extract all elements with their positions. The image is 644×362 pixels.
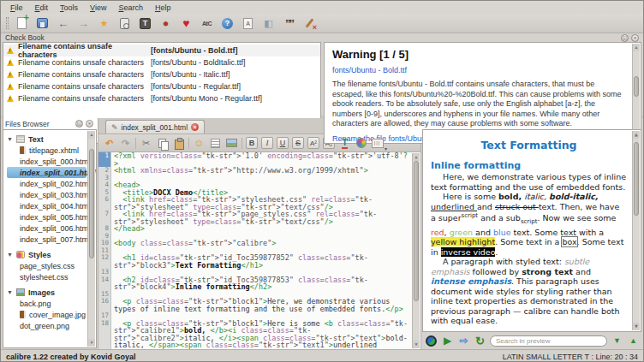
- warning-file-link[interactable]: fonts/Ubuntu - Bold.ttf: [332, 66, 627, 74]
- file-item[interactable]: index_split_000.html: [7, 156, 86, 167]
- tab-index-split-001[interactable]: ✎ index_split_001.html ×: [105, 120, 205, 134]
- run-preview-icon[interactable]: [441, 335, 454, 347]
- menu-file[interactable]: File: [4, 3, 29, 13]
- scroll-up-button[interactable]: ▲: [413, 153, 420, 161]
- float-button[interactable]: ◱: [75, 120, 83, 128]
- preview-scrollbar[interactable]: ▲ ▼: [632, 131, 640, 330]
- file-item[interactable]: titlepage.xhtml: [7, 145, 86, 156]
- underline-button[interactable]: [277, 137, 289, 149]
- magic-wand-icon[interactable]: [97, 16, 111, 31]
- scroll-track[interactable]: [633, 139, 640, 323]
- menu-search[interactable]: Search: [112, 3, 149, 13]
- chevron-down-icon[interactable]: ▼: [7, 136, 13, 142]
- scroll-up-button[interactable]: ▲: [633, 44, 640, 51]
- close-icon[interactable]: ×: [631, 34, 639, 42]
- file-item[interactable]: index_split_003.html: [7, 189, 86, 200]
- check-warning-row[interactable]: Filename contains unsafe characters [fon…: [3, 80, 320, 92]
- check-warning-row[interactable]: Filename contains unsafe characters [fon…: [3, 92, 320, 104]
- broom-icon[interactable]: [302, 16, 317, 31]
- float-button[interactable]: ◱: [621, 34, 629, 42]
- italic-button[interactable]: [261, 137, 273, 149]
- check-warning-row[interactable]: Filename contains unsafe characters [fon…: [3, 56, 320, 68]
- tab-close-icon[interactable]: ×: [191, 123, 199, 131]
- menu-edit[interactable]: Edit: [29, 3, 55, 13]
- section-header-styles[interactable]: ▼ Styles: [7, 249, 86, 260]
- file-item-selected[interactable]: index_split_001.html: [7, 167, 86, 178]
- file-item[interactable]: stylesheet.css: [7, 271, 86, 282]
- check-warning-row[interactable]: Filename contains unsafe characters [fon…: [3, 68, 320, 80]
- file-item[interactable]: dot_green.png: [7, 320, 86, 331]
- preview-search-input[interactable]: [490, 335, 607, 347]
- file-name: index_split_001.html: [20, 169, 96, 177]
- editor-scrollbar[interactable]: ▲ ▼: [412, 153, 420, 348]
- spellcheck-icon[interactable]: AtC: [200, 16, 214, 31]
- back-icon[interactable]: [56, 16, 70, 31]
- menu-view[interactable]: View: [84, 3, 112, 13]
- file-item[interactable]: index_split_006.html: [7, 223, 86, 234]
- scroll-down-button[interactable]: ▼: [633, 323, 640, 330]
- color-wheel-icon[interactable]: [355, 137, 367, 150]
- copy-icon[interactable]: [156, 137, 169, 150]
- code-area[interactable]: 1<?xml version=class="tk-str">'1.0' enco…: [98, 152, 420, 349]
- file-name: cover_image.jpg: [29, 311, 86, 319]
- strikethrough-button[interactable]: [292, 137, 304, 149]
- file-item[interactable]: index_split_002.html: [7, 178, 86, 189]
- check-book-bug-icon[interactable]: [158, 16, 173, 31]
- file-item[interactable]: index_split_004.html: [7, 200, 86, 211]
- new-file-icon[interactable]: [15, 16, 29, 31]
- chevron-down-icon[interactable]: ▼: [7, 252, 13, 258]
- redo-icon[interactable]: [119, 137, 132, 150]
- paste-icon[interactable]: [172, 137, 185, 150]
- find-next-icon[interactable]: [611, 335, 623, 347]
- arrange-icon[interactable]: [209, 137, 222, 150]
- character-palette-icon[interactable]: |||: [371, 137, 384, 150]
- scroll-track[interactable]: [88, 139, 95, 339]
- scroll-track[interactable]: [413, 161, 420, 341]
- undo-icon[interactable]: [103, 137, 116, 150]
- toolbar-drag-handle[interactable]: [6, 17, 9, 29]
- scroll-track[interactable]: [633, 51, 640, 134]
- hand-icon[interactable]: [261, 16, 276, 31]
- menu-tools[interactable]: Tools: [54, 3, 84, 13]
- file-item[interactable]: page_styles.css: [7, 260, 86, 271]
- save-icon[interactable]: [35, 16, 50, 31]
- go-to-icon[interactable]: [457, 335, 470, 347]
- bold-button[interactable]: [246, 137, 258, 149]
- text-color-icon[interactable]: [338, 137, 351, 150]
- scroll-thumb[interactable]: [634, 142, 639, 216]
- scroll-down-button[interactable]: ▼: [413, 341, 420, 348]
- find-previous-icon[interactable]: [627, 335, 640, 347]
- forward-icon[interactable]: [76, 16, 91, 31]
- scroll-down-button[interactable]: ▼: [88, 339, 95, 347]
- scroll-thumb[interactable]: [89, 149, 94, 259]
- warning-scrollbar[interactable]: ▲ ▼: [632, 44, 640, 142]
- help-icon[interactable]: ?: [220, 16, 235, 31]
- chevron-down-icon[interactable]: ▼: [7, 289, 13, 295]
- smart-quotes-icon[interactable]: [282, 16, 296, 31]
- scroll-up-button[interactable]: ▲: [633, 131, 640, 139]
- insert-special-character-icon[interactable]: [193, 137, 206, 150]
- file-item[interactable]: cover_image.jpg: [7, 309, 86, 320]
- file-item[interactable]: back.png: [7, 298, 86, 309]
- reload-icon[interactable]: [474, 335, 486, 347]
- scroll-thumb[interactable]: [634, 76, 639, 97]
- edit-document-icon[interactable]: A: [241, 16, 255, 31]
- insert-image-icon[interactable]: [225, 137, 238, 150]
- speaker-box-icon[interactable]: [117, 16, 132, 31]
- check-warning-row[interactable]: Filename contains unsafe characters [fon…: [3, 45, 320, 56]
- cut-icon[interactable]: [140, 137, 152, 150]
- superscript-button[interactable]: [307, 137, 319, 149]
- close-icon[interactable]: ×: [86, 120, 93, 128]
- scroll-up-button[interactable]: ▲: [88, 131, 95, 139]
- file-item[interactable]: index_split_007.html: [7, 234, 86, 245]
- donate-heart-icon[interactable]: [179, 16, 194, 31]
- file-item[interactable]: index_split_005.html: [7, 211, 86, 223]
- scroll-thumb[interactable]: [414, 161, 419, 301]
- files-scrollbar[interactable]: ▲ ▼: [87, 131, 95, 347]
- menu-help[interactable]: Help: [149, 3, 177, 13]
- section-header-text[interactable]: ▼ Text: [7, 134, 86, 145]
- text-style-icon[interactable]: T: [138, 16, 152, 31]
- section-header-images[interactable]: ▼ Images: [7, 287, 86, 298]
- browser-icon[interactable]: [425, 335, 438, 347]
- warning-file: [fonts/Ubuntu - Italic.ttf]: [151, 70, 230, 79]
